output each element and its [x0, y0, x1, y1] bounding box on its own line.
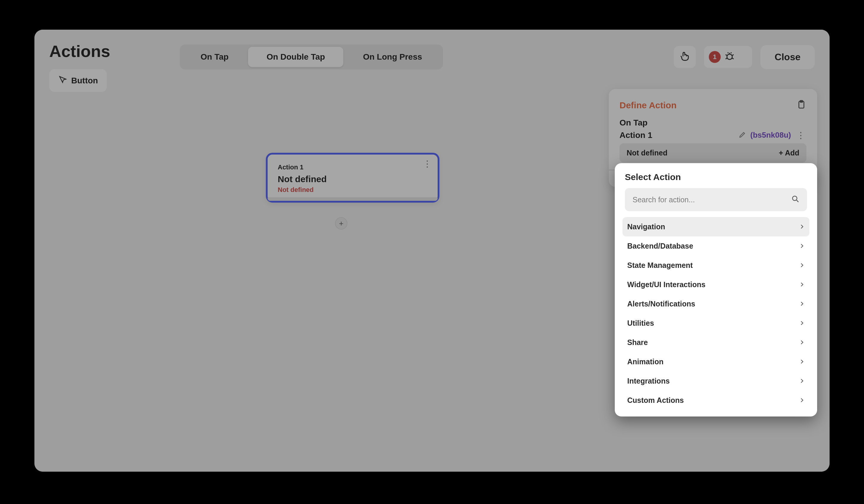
topbar: On Tap On Double Tap On Long Press 1 Clo… — [180, 45, 815, 69]
category-item[interactable]: Integrations — [623, 371, 809, 391]
category-label: Alerts/Notifications — [627, 300, 695, 308]
edit-icon[interactable] — [739, 131, 746, 140]
category-label: Navigation — [627, 223, 665, 231]
chevron-right-icon — [799, 242, 805, 250]
category-item[interactable]: Custom Actions — [623, 391, 809, 410]
cursor-icon — [58, 75, 67, 86]
popover-heading: Select Action — [625, 172, 809, 182]
chevron-right-icon — [799, 280, 805, 289]
category-item[interactable]: Animation — [623, 352, 809, 371]
category-item[interactable]: Navigation — [623, 217, 809, 237]
chevron-right-icon — [799, 223, 805, 231]
category-label: Integrations — [627, 377, 670, 385]
action-flow-canvas[interactable]: ⋮ Action 1 Not defined Not defined + — [180, 89, 604, 460]
category-label: Widget/UI Interactions — [627, 280, 706, 289]
hand-icon — [680, 51, 690, 63]
chevron-right-icon — [799, 358, 805, 366]
tab-on-double-tap[interactable]: On Double Tap — [248, 47, 343, 67]
chevron-right-icon — [799, 377, 805, 385]
action-menu-icon[interactable]: ⋮ — [795, 130, 806, 140]
category-label: Utilities — [627, 319, 654, 327]
svg-point-0 — [727, 54, 732, 60]
category-label: State Management — [627, 261, 693, 269]
chevron-right-icon — [799, 319, 805, 327]
svg-point-3 — [792, 196, 797, 201]
bug-icon — [724, 51, 735, 63]
actions-editor-modal: Actions Button On Tap On Double Tap On L… — [34, 30, 830, 472]
category-item[interactable]: Backend/Database — [623, 237, 809, 256]
node-subtitle: Not defined — [278, 186, 428, 194]
category-label: Custom Actions — [627, 396, 684, 405]
tab-on-tap[interactable]: On Tap — [182, 47, 247, 67]
category-item[interactable]: Utilities — [623, 314, 809, 333]
category-item[interactable]: Alerts/Notifications — [623, 294, 809, 314]
widget-chip-button[interactable]: Button — [49, 69, 107, 92]
plus-icon: + — [339, 219, 343, 228]
panel-heading: Define Action — [620, 100, 676, 110]
chevron-right-icon — [799, 338, 805, 347]
action-id[interactable]: (bs5nk08u) — [751, 131, 791, 140]
category-list: NavigationBackend/DatabaseState Manageme… — [623, 217, 809, 410]
select-action-popover: Select Action NavigationBackend/Database… — [615, 163, 817, 417]
category-label: Backend/Database — [627, 242, 693, 250]
close-button[interactable]: Close — [760, 45, 815, 69]
paste-icon[interactable] — [796, 100, 806, 111]
category-label: Animation — [627, 358, 663, 366]
node-menu-icon[interactable]: ⋮ — [422, 162, 431, 165]
node-footer-bar — [268, 197, 437, 201]
trigger-label: On Tap — [620, 118, 806, 128]
action-name: Action 1 — [620, 131, 734, 140]
action-type-hint: + Add — [779, 148, 799, 157]
action-type-value: Not defined — [627, 148, 668, 157]
trigger-segment: On Tap On Double Tap On Long Press — [180, 45, 443, 69]
sidebar: Actions Button — [49, 41, 156, 92]
chevron-right-icon — [799, 300, 805, 308]
page-title: Actions — [49, 41, 156, 61]
action-node[interactable]: ⋮ Action 1 Not defined Not defined — [266, 153, 440, 203]
category-item[interactable]: State Management — [623, 256, 809, 275]
chevron-right-icon — [799, 396, 805, 405]
error-count-badge: 1 — [709, 51, 721, 63]
debug-button[interactable]: 1 — [704, 46, 752, 68]
action-search-box[interactable] — [625, 188, 807, 211]
action-type-field[interactable]: Not defined + Add — [620, 143, 806, 163]
category-item[interactable]: Widget/UI Interactions — [623, 275, 809, 294]
node-index-label: Action 1 — [278, 164, 428, 171]
category-label: Share — [627, 338, 648, 347]
action-row: Action 1 (bs5nk08u) ⋮ — [620, 130, 806, 140]
node-title: Not defined — [278, 174, 428, 184]
action-search-input[interactable] — [632, 195, 791, 204]
search-icon — [791, 195, 800, 205]
category-item[interactable]: Share — [623, 333, 809, 352]
chevron-right-icon — [799, 261, 805, 269]
gesture-button[interactable] — [674, 46, 696, 68]
add-action-button[interactable]: + — [335, 217, 347, 230]
tab-on-long-press[interactable]: On Long Press — [345, 47, 440, 67]
widget-chip-label: Button — [71, 76, 98, 85]
